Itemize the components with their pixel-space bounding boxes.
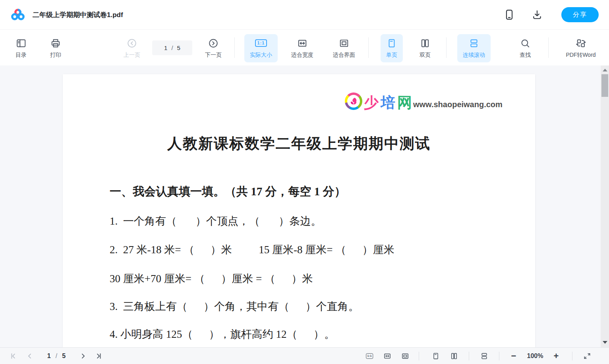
brand-char-pei: 培 — [381, 95, 396, 110]
footer-page-indicator: 1 / 5 — [47, 352, 66, 360]
document-viewport[interactable]: 少 培 网 www.shaopeiwang.com 人教新课标数学二年级上学期期… — [0, 65, 609, 347]
print-button[interactable]: 打印 — [44, 34, 67, 62]
toolbar-divider — [446, 37, 447, 58]
fit-screen-label: 适合界面 — [333, 52, 355, 59]
find-button[interactable]: 查找 — [514, 34, 536, 62]
mobile-device-icon[interactable] — [504, 10, 514, 20]
scroll-down-arrow-icon[interactable] — [601, 339, 609, 346]
footer-divider — [499, 352, 499, 360]
fit-screen-icon — [339, 38, 349, 48]
toolbar-divider — [234, 37, 235, 58]
footer-actual-size-button[interactable]: 1:1 — [366, 353, 373, 359]
pdf-to-word-button[interactable]: PDF转Word — [560, 34, 601, 62]
next-page-label: 下一页 — [205, 52, 222, 59]
footer-next-page-button[interactable] — [79, 352, 87, 360]
fit-screen-button[interactable]: 适合界面 — [327, 34, 361, 62]
zoom-level: 100% — [527, 352, 543, 360]
footer-page-current: 1 — [47, 352, 51, 360]
footer-continuous-scroll-button[interactable] — [480, 352, 488, 360]
toc-icon — [16, 38, 26, 48]
actual-size-button[interactable]: 1:1 实际大小 — [244, 34, 278, 62]
actual-size-label: 实际大小 — [250, 52, 272, 59]
file-title: 二年级上学期期中测试卷1.pdf — [33, 10, 123, 19]
single-page-icon — [387, 38, 397, 48]
footer-fit-width-button[interactable] — [383, 352, 391, 360]
document-title: 人教新课标数学二年级上学期期中测试 — [63, 134, 535, 154]
pdf-to-word-icon — [576, 38, 586, 48]
page-indicator: 1 / 5 — [152, 40, 192, 55]
double-page-icon — [420, 38, 430, 48]
actual-size-icon: 1:1 — [255, 38, 267, 48]
pdf-page: 少 培 网 www.shaopeiwang.com 人教新课标数学二年级上学期期… — [63, 74, 535, 347]
footer-fit-screen-button[interactable] — [401, 352, 409, 360]
print-label: 打印 — [50, 52, 61, 59]
fit-width-icon — [297, 38, 307, 48]
question-line: 1. 一个角有（ ）个顶点，（ ）条边。 — [110, 214, 321, 228]
toolbar-divider — [548, 37, 549, 58]
question-line: 3. 三角板上有（ ）个角，其中有（ ）个直角。 — [110, 299, 359, 314]
zoom-in-button[interactable]: + — [554, 351, 559, 361]
brand-url: www.shaopeiwang.com — [413, 100, 503, 110]
footer-page-total: 5 — [62, 352, 66, 360]
brand-char-wang: 网 — [397, 95, 412, 110]
section-heading: 一、我会认真填一填。（共 17 分，每空 1 分） — [110, 184, 346, 200]
page-separator: / — [171, 44, 173, 51]
footer-bar: 1 / 5 1:1 − 100% + — [0, 347, 609, 364]
footer-divider — [469, 352, 469, 360]
question-line: 30 厘米+70 厘米= （ ）厘米 = （ ）米 — [110, 272, 313, 286]
single-page-button[interactable]: 单页 — [381, 34, 403, 62]
find-label: 查找 — [520, 52, 531, 59]
page-current: 1 — [164, 44, 167, 51]
first-page-button — [10, 352, 17, 360]
fit-width-label: 适合宽度 — [291, 52, 313, 59]
single-page-label: 单页 — [386, 52, 397, 59]
toc-button[interactable]: 目录 — [10, 34, 32, 62]
continuous-scroll-button[interactable]: 连续滚动 — [457, 34, 491, 62]
footer-page-separator: / — [56, 352, 57, 360]
brand-logo: 少 培 网 www.shaopeiwang.com — [345, 92, 503, 110]
toc-label: 目录 — [15, 52, 27, 59]
continuous-scroll-label: 连续滚动 — [463, 52, 485, 59]
scrollbar-thumb[interactable] — [601, 74, 608, 97]
prev-page-label: 上一页 — [124, 52, 140, 59]
continuous-scroll-icon — [469, 38, 479, 48]
pdf-to-word-label: PDF转Word — [566, 52, 595, 59]
prev-page-icon — [127, 38, 137, 48]
fullscreen-icon[interactable] — [583, 352, 591, 360]
header: 二年级上学期期中测试卷1.pdf 分享 — [0, 0, 609, 30]
footer-single-page-button[interactable] — [432, 352, 440, 360]
scroll-up-arrow-icon[interactable] — [601, 66, 609, 73]
double-page-label: 双页 — [420, 52, 431, 59]
last-page-button[interactable] — [95, 352, 102, 360]
footer-double-page-button[interactable] — [450, 352, 458, 360]
question-line: 2. 27 米-18 米= （ ）米 15 厘米-8 厘米= （ ）厘米 — [110, 243, 394, 257]
next-page-button[interactable]: 下一页 — [199, 34, 227, 62]
app-logo-icon — [10, 8, 25, 21]
search-icon — [520, 38, 530, 48]
brand-char-shao: 少 — [364, 95, 379, 110]
footer-divider — [572, 352, 572, 360]
double-page-button[interactable]: 双页 — [414, 34, 436, 62]
toolbar: 目录 打印 上一页 1 / 5 下一页 1:1 实际大小 适合宽度 — [0, 30, 609, 65]
vertical-scrollbar[interactable] — [601, 65, 609, 347]
zoom-out-button[interactable]: − — [511, 351, 516, 361]
footer-prev-page-button — [26, 352, 34, 360]
toolbar-divider — [368, 37, 369, 58]
footer-divider — [419, 352, 419, 360]
print-icon — [50, 38, 61, 48]
brand-flower-icon — [345, 92, 362, 110]
next-page-icon — [208, 38, 218, 48]
page-total: 5 — [177, 44, 180, 51]
prev-page-button: 上一页 — [118, 34, 146, 62]
share-button[interactable]: 分享 — [561, 7, 599, 22]
download-icon[interactable] — [532, 10, 542, 20]
fit-width-button[interactable]: 适合宽度 — [286, 34, 319, 62]
question-line: 4. 小明身高 125（ ），旗杆高约 12（ ）。 — [110, 327, 335, 341]
